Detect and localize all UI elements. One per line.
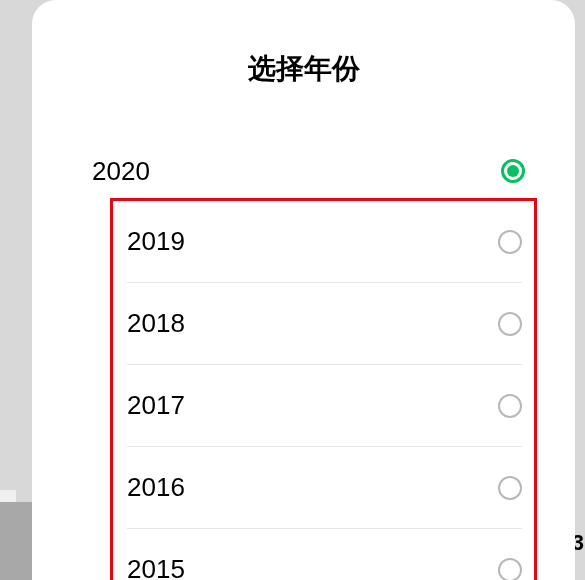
radio-icon xyxy=(498,476,522,500)
modal-title: 选择年份 xyxy=(32,0,575,136)
radio-icon xyxy=(498,312,522,336)
year-picker-modal: 选择年份 2020 2019 2018 2017 2016 xyxy=(32,0,575,580)
year-label: 2019 xyxy=(127,226,185,257)
radio-icon xyxy=(498,558,522,581)
year-label: 2018 xyxy=(127,308,185,339)
year-label: 2016 xyxy=(127,472,185,503)
highlight-box: 2019 2018 2017 2016 2015 xyxy=(110,198,537,580)
year-label: 2020 xyxy=(92,156,150,187)
radio-icon xyxy=(498,230,522,254)
year-option-2020[interactable]: 2020 xyxy=(92,136,525,206)
background-strip xyxy=(0,490,16,502)
year-option[interactable]: 2016 xyxy=(127,447,522,529)
radio-icon xyxy=(498,394,522,418)
background-strip-lower xyxy=(0,502,32,580)
year-label: 2017 xyxy=(127,390,185,421)
highlighted-year-list: 2019 2018 2017 2016 2015 xyxy=(113,201,534,580)
year-option[interactable]: 2018 xyxy=(127,283,522,365)
radio-selected-icon xyxy=(501,159,525,183)
year-option[interactable]: 2019 xyxy=(127,201,522,283)
year-option[interactable]: 2015 xyxy=(127,529,522,580)
year-option[interactable]: 2017 xyxy=(127,365,522,447)
year-list: 2020 xyxy=(32,136,575,206)
year-label: 2015 xyxy=(127,554,185,580)
